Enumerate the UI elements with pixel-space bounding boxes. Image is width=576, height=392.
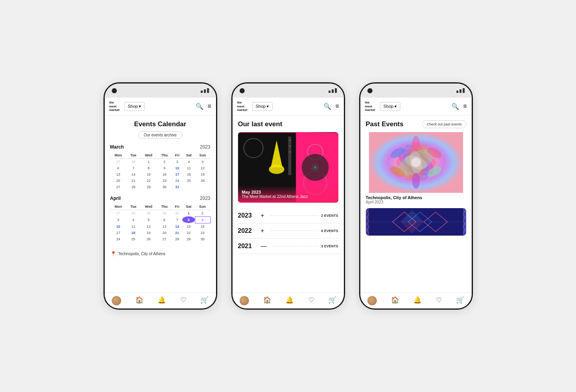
day-cell[interactable]: 28	[127, 158, 140, 165]
day-cell[interactable]: 30	[157, 210, 172, 216]
day-cell[interactable]: 17	[172, 171, 182, 178]
day-cell[interactable]: 3	[172, 158, 182, 165]
day-cell[interactable]: 23	[195, 230, 210, 236]
search-icon-1[interactable]: 🔍	[196, 103, 204, 110]
day-cell[interactable]: 13	[110, 171, 127, 178]
menu-icon-3[interactable]: ≡	[463, 103, 467, 110]
day-cell[interactable]: 5	[140, 216, 157, 223]
day-cell[interactable]: 15	[140, 171, 157, 178]
day-cell[interactable]: 20	[157, 230, 172, 236]
year-row-2023[interactable]: 2023 + 2 EVENTS	[238, 208, 338, 223]
archive-button[interactable]: Our events archive	[138, 131, 183, 139]
day-cell[interactable]: 26	[195, 178, 211, 184]
day-cell[interactable]: 5	[195, 158, 211, 165]
check-past-button[interactable]: Check out past events	[422, 120, 466, 128]
day-cell[interactable]: 30	[157, 184, 172, 190]
day-cell[interactable]: 19	[140, 230, 157, 236]
day-cell[interactable]: 14	[127, 171, 140, 178]
avatar-icon-1[interactable]: 👤	[112, 296, 121, 305]
day-cell[interactable]: 6	[157, 216, 172, 223]
day-cell[interactable]: 29	[182, 236, 195, 242]
day-cell[interactable]: 16	[195, 223, 210, 230]
day-cell[interactable]: 25	[127, 236, 140, 242]
day-cell[interactable]: 20	[110, 178, 127, 184]
day-cell[interactable]: 12	[195, 165, 211, 171]
day-cell[interactable]: 24	[110, 236, 127, 242]
day-cell[interactable]: 10	[172, 165, 182, 171]
day-cell[interactable]: 1	[182, 210, 195, 216]
day-cell[interactable]: 29	[140, 184, 157, 190]
day-cell[interactable]: 18	[183, 171, 195, 178]
day-cell[interactable]: 7	[127, 165, 140, 171]
day-cell[interactable]: 1	[140, 158, 157, 165]
avatar-icon-3[interactable]	[367, 296, 377, 305]
menu-icon-2[interactable]: ≡	[335, 103, 339, 110]
day-cell[interactable]: 8	[140, 165, 157, 171]
day-cell[interactable]: 21	[127, 178, 140, 184]
search-icon-2[interactable]: 🔍	[323, 103, 331, 110]
search-icon-3[interactable]: 🔍	[451, 103, 459, 110]
shop-button-2[interactable]: Shop ▾	[252, 102, 273, 111]
day-cell[interactable]: 28	[172, 236, 182, 242]
day-cell[interactable]: 11	[127, 223, 140, 230]
cart-icon-3[interactable]: 🛒	[456, 296, 464, 305]
expand-2022-icon[interactable]: +	[261, 227, 264, 234]
day-cell[interactable]: 16	[157, 171, 172, 178]
day-cell[interactable]: 28	[127, 184, 140, 190]
day-cell[interactable]: 27	[110, 210, 127, 216]
day-cell[interactable]: 31	[172, 184, 182, 190]
day-cell[interactable]: 27	[110, 184, 127, 190]
day-cell[interactable]: 9	[157, 165, 172, 171]
day-cell[interactable]: 19	[195, 171, 211, 178]
heart-icon-2[interactable]: ♡	[308, 296, 314, 305]
day-cell[interactable]: 15	[182, 223, 195, 230]
day-cell[interactable]: 22	[182, 230, 195, 236]
cart-icon-1[interactable]: 🛒	[200, 296, 209, 305]
year-row-2022[interactable]: 2022 + 6 EVENTS	[238, 223, 338, 239]
day-cell[interactable]: 4	[183, 158, 195, 165]
year-row-2021[interactable]: 2021 — 3 EVENTS	[238, 239, 338, 254]
day-cell[interactable]: 11	[183, 165, 195, 171]
day-cell[interactable]: 23	[157, 178, 172, 184]
day-cell[interactable]: 7	[172, 216, 182, 223]
day-cell[interactable]: 17	[110, 230, 127, 236]
menu-icon-1[interactable]: ≡	[207, 103, 211, 110]
day-cell[interactable]: 26	[140, 236, 157, 242]
store-icon-2[interactable]: 🏠	[263, 296, 271, 305]
day-cell[interactable]: 27	[110, 158, 127, 165]
shop-button-3[interactable]: Shop ▾	[380, 102, 401, 111]
avatar-icon-2[interactable]	[240, 296, 249, 305]
expand-2023-icon[interactable]: +	[261, 212, 264, 219]
store-icon-3[interactable]: 🏠	[391, 296, 399, 305]
day-cell[interactable]: 2	[157, 158, 172, 165]
day-cell[interactable]: 4	[127, 216, 140, 223]
day-cell[interactable]: 25	[183, 178, 195, 184]
store-icon-1[interactable]: 🏠	[135, 296, 144, 305]
expand-2021-icon[interactable]: —	[261, 243, 267, 250]
day-cell[interactable]: 27	[157, 236, 172, 242]
day-cell[interactable]: 12	[140, 223, 157, 230]
day-cell[interactable]: 9	[195, 216, 210, 223]
day-cell[interactable]: 28	[127, 210, 140, 216]
day-cell[interactable]: 3	[110, 216, 127, 223]
bell-icon-2[interactable]: 🔔	[285, 296, 294, 305]
day-cell[interactable]: 10	[110, 223, 127, 230]
shop-button-1[interactable]: Shop ▾	[124, 102, 145, 111]
day-cell[interactable]: 22	[140, 178, 157, 184]
bell-icon-1[interactable]: 🔔	[158, 296, 166, 305]
bell-icon-3[interactable]: 🔔	[413, 296, 422, 305]
day-cell[interactable]: 8	[182, 216, 195, 223]
day-cell[interactable]: 13	[157, 223, 172, 230]
day-cell[interactable]: 30	[195, 236, 210, 242]
day-cell[interactable]: 29	[140, 210, 157, 216]
heart-icon-3[interactable]: ♡	[436, 296, 442, 305]
day-cell[interactable]: 18	[127, 230, 140, 236]
day-cell[interactable]: 31	[172, 210, 182, 216]
day-cell[interactable]: 2	[195, 210, 210, 216]
day-cell[interactable]: 14	[172, 223, 182, 230]
heart-icon-1[interactable]: ♡	[180, 296, 186, 305]
day-cell[interactable]: 6	[110, 165, 127, 171]
day-cell[interactable]: 21	[172, 230, 182, 236]
cart-icon-2[interactable]: 🛒	[328, 296, 336, 305]
day-cell[interactable]: 24	[172, 178, 182, 184]
